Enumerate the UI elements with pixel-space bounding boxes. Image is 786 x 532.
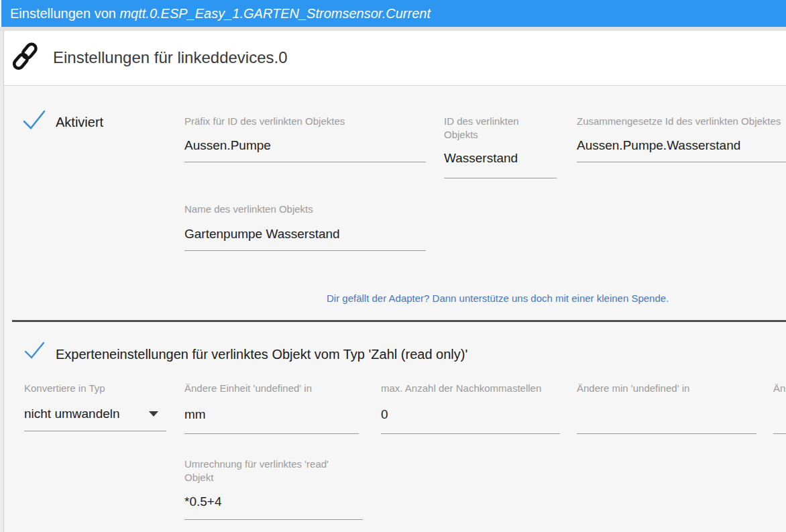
page-title: Einstellungen für linkeddevices.0 (53, 48, 288, 67)
max-input[interactable] (773, 407, 786, 427)
expert-checkbox[interactable] (24, 341, 46, 360)
titlebar-object-id: mqtt.0.ESP_Easy_1.GARTEN_Stromsensor.Cur… (119, 6, 431, 21)
composed-id-input[interactable]: Aussen.Pumpe.Wasserstand (577, 138, 786, 153)
unit-input-underline (184, 433, 359, 434)
checkmark-icon (24, 341, 46, 360)
min-input-underline (577, 433, 756, 434)
unit-field-label: Ändere Einheit 'undefined' in (184, 382, 312, 395)
convert-type-select[interactable]: nicht umwandeln (24, 403, 166, 431)
min-field-label: Ändere min 'undefined' in (577, 382, 689, 395)
section-divider (12, 320, 786, 322)
linked-id-field-label: ID des verlinkten Objekts (444, 115, 528, 142)
decimals-input[interactable]: 0 (381, 407, 560, 422)
name-input[interactable]: Gartenpumpe Wasserstand (184, 227, 426, 242)
link-icon (13, 38, 38, 74)
decimals-input-underline (381, 433, 560, 434)
dialog-titlebar: Einstellungen von mqtt.0.ESP_Easy_1.GART… (1, 0, 786, 27)
titlebar-text: Einstellungen von (10, 6, 119, 21)
name-field-label: Name des verlinkten Objekts (184, 203, 313, 216)
prefix-field-label: Präfix für ID des verlinkten Objektes (184, 115, 345, 128)
max-field-label-clipped: Än (773, 382, 785, 395)
prefix-input[interactable]: Aussen.Pumpe (184, 138, 426, 153)
max-input-underline (773, 433, 786, 434)
convert-type-underline (24, 431, 166, 431)
chevron-down-icon (149, 411, 158, 417)
enabled-checkbox-label: Aktiviert (56, 115, 103, 130)
read-conversion-underline (184, 519, 363, 520)
composed-id-field-label: Zusammengesetze Id des verlinkten Objekt… (577, 115, 781, 128)
prefix-input-underline (184, 162, 426, 162)
convert-type-value: nicht umwandeln (24, 407, 120, 421)
read-conversion-input[interactable]: *0.5+4 (184, 494, 363, 509)
composed-id-input-underline (577, 162, 786, 162)
name-input-underline (184, 250, 426, 251)
linked-id-input-underline (444, 178, 557, 178)
linked-id-input[interactable]: Wasserstand (444, 151, 557, 166)
enabled-checkbox[interactable] (22, 109, 46, 131)
donate-link[interactable]: Dir gefällt der Adapter? Dann unterstütz… (327, 292, 669, 304)
decimals-field-label: max. Anzahl der Nachkommastellen (381, 382, 541, 395)
convert-type-label: Konvertiere in Typ (24, 382, 105, 395)
min-input[interactable] (577, 407, 756, 427)
expert-checkbox-label: Experteneinstellungen für verlinktes Obj… (56, 347, 467, 362)
checkmark-icon (22, 109, 46, 131)
unit-input[interactable]: mm (184, 407, 359, 422)
read-conversion-label: Umrechnung für verlinktes 'read' Objekt (184, 458, 345, 484)
